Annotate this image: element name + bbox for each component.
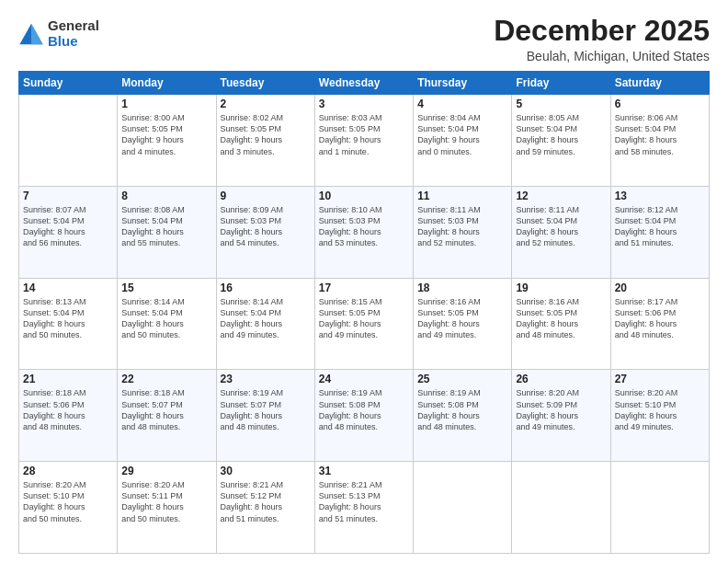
day-number: 21 bbox=[23, 373, 113, 385]
day-number: 7 bbox=[23, 190, 113, 202]
logo-icon bbox=[18, 21, 44, 47]
day-number: 17 bbox=[319, 282, 409, 294]
day-number: 30 bbox=[221, 465, 311, 477]
calendar-cell: 8Sunrise: 8:08 AM Sunset: 5:04 PM Daylig… bbox=[118, 186, 216, 278]
calendar-cell: 14Sunrise: 8:13 AM Sunset: 5:04 PM Dayli… bbox=[19, 278, 118, 370]
calendar-cell: 28Sunrise: 8:20 AM Sunset: 5:10 PM Dayli… bbox=[19, 462, 118, 554]
day-number: 13 bbox=[615, 190, 705, 202]
weekday-header-wednesday: Wednesday bbox=[314, 72, 413, 95]
calendar-cell: 23Sunrise: 8:19 AM Sunset: 5:07 PM Dayli… bbox=[216, 370, 314, 462]
page: General Blue December 2025 Beulah, Michi… bbox=[0, 0, 728, 563]
title-block: December 2025 Beulah, Michigan, United S… bbox=[494, 15, 710, 63]
day-number: 20 bbox=[615, 282, 705, 294]
calendar-cell: 24Sunrise: 8:19 AM Sunset: 5:08 PM Dayli… bbox=[314, 370, 413, 462]
day-number: 15 bbox=[121, 282, 211, 294]
calendar-cell: 30Sunrise: 8:21 AM Sunset: 5:12 PM Dayli… bbox=[216, 462, 314, 554]
cell-content: Sunrise: 8:15 AM Sunset: 5:05 PM Dayligh… bbox=[319, 296, 409, 341]
cell-content: Sunrise: 8:11 AM Sunset: 5:03 PM Dayligh… bbox=[417, 204, 507, 249]
calendar-cell: 18Sunrise: 8:16 AM Sunset: 5:05 PM Dayli… bbox=[414, 278, 512, 370]
weekday-header-friday: Friday bbox=[512, 72, 610, 95]
calendar-cell: 21Sunrise: 8:18 AM Sunset: 5:06 PM Dayli… bbox=[19, 370, 118, 462]
cell-content: Sunrise: 8:20 AM Sunset: 5:11 PM Dayligh… bbox=[121, 479, 211, 524]
day-number: 22 bbox=[121, 373, 211, 385]
cell-content: Sunrise: 8:18 AM Sunset: 5:07 PM Dayligh… bbox=[121, 387, 211, 432]
cell-content: Sunrise: 8:19 AM Sunset: 5:08 PM Dayligh… bbox=[417, 387, 507, 432]
calendar-cell: 19Sunrise: 8:16 AM Sunset: 5:05 PM Dayli… bbox=[512, 278, 610, 370]
calendar-cell bbox=[512, 462, 610, 554]
weekday-header-sunday: Sunday bbox=[19, 72, 118, 95]
cell-content: Sunrise: 8:06 AM Sunset: 5:04 PM Dayligh… bbox=[615, 112, 705, 157]
day-number: 24 bbox=[319, 373, 409, 385]
calendar-cell: 22Sunrise: 8:18 AM Sunset: 5:07 PM Dayli… bbox=[118, 370, 216, 462]
calendar-cell: 12Sunrise: 8:11 AM Sunset: 5:04 PM Dayli… bbox=[512, 186, 610, 278]
calendar-cell: 2Sunrise: 8:02 AM Sunset: 5:05 PM Daylig… bbox=[216, 95, 314, 187]
weekday-header-tuesday: Tuesday bbox=[216, 72, 314, 95]
cell-content: Sunrise: 8:17 AM Sunset: 5:06 PM Dayligh… bbox=[615, 296, 705, 341]
day-number: 3 bbox=[319, 98, 409, 110]
calendar-cell: 16Sunrise: 8:14 AM Sunset: 5:04 PM Dayli… bbox=[216, 278, 314, 370]
calendar-cell: 9Sunrise: 8:09 AM Sunset: 5:03 PM Daylig… bbox=[216, 186, 314, 278]
weekday-header-row: SundayMondayTuesdayWednesdayThursdayFrid… bbox=[19, 72, 710, 95]
week-row-2: 7Sunrise: 8:07 AM Sunset: 5:04 PM Daylig… bbox=[19, 186, 710, 278]
day-number: 5 bbox=[516, 98, 606, 110]
cell-content: Sunrise: 8:19 AM Sunset: 5:07 PM Dayligh… bbox=[221, 387, 311, 432]
day-number: 29 bbox=[121, 465, 211, 477]
cell-content: Sunrise: 8:14 AM Sunset: 5:04 PM Dayligh… bbox=[121, 296, 211, 341]
day-number: 19 bbox=[516, 282, 606, 294]
weekday-header-saturday: Saturday bbox=[610, 72, 709, 95]
calendar-cell: 25Sunrise: 8:19 AM Sunset: 5:08 PM Dayli… bbox=[414, 370, 512, 462]
day-number: 18 bbox=[417, 282, 507, 294]
cell-content: Sunrise: 8:20 AM Sunset: 5:09 PM Dayligh… bbox=[516, 387, 606, 432]
header: General Blue December 2025 Beulah, Michi… bbox=[18, 15, 710, 63]
day-number: 26 bbox=[516, 373, 606, 385]
cell-content: Sunrise: 8:14 AM Sunset: 5:04 PM Dayligh… bbox=[221, 296, 311, 341]
day-number: 14 bbox=[23, 282, 113, 294]
calendar-cell: 13Sunrise: 8:12 AM Sunset: 5:04 PM Dayli… bbox=[610, 186, 709, 278]
calendar-table: SundayMondayTuesdayWednesdayThursdayFrid… bbox=[18, 71, 710, 554]
cell-content: Sunrise: 8:08 AM Sunset: 5:04 PM Dayligh… bbox=[121, 204, 211, 249]
week-row-5: 28Sunrise: 8:20 AM Sunset: 5:10 PM Dayli… bbox=[19, 462, 710, 554]
calendar-cell bbox=[414, 462, 512, 554]
cell-content: Sunrise: 8:02 AM Sunset: 5:05 PM Dayligh… bbox=[221, 112, 311, 157]
cell-content: Sunrise: 8:20 AM Sunset: 5:10 PM Dayligh… bbox=[615, 387, 705, 432]
calendar-cell: 26Sunrise: 8:20 AM Sunset: 5:09 PM Dayli… bbox=[512, 370, 610, 462]
day-number: 11 bbox=[417, 190, 507, 202]
cell-content: Sunrise: 8:05 AM Sunset: 5:04 PM Dayligh… bbox=[516, 112, 606, 157]
week-row-1: 1Sunrise: 8:00 AM Sunset: 5:05 PM Daylig… bbox=[19, 95, 710, 187]
month-title: December 2025 bbox=[494, 15, 710, 47]
cell-content: Sunrise: 8:18 AM Sunset: 5:06 PM Dayligh… bbox=[23, 387, 113, 432]
day-number: 25 bbox=[417, 373, 507, 385]
cell-content: Sunrise: 8:21 AM Sunset: 5:12 PM Dayligh… bbox=[221, 479, 311, 524]
cell-content: Sunrise: 8:13 AM Sunset: 5:04 PM Dayligh… bbox=[23, 296, 113, 341]
day-number: 1 bbox=[121, 98, 211, 110]
week-row-4: 21Sunrise: 8:18 AM Sunset: 5:06 PM Dayli… bbox=[19, 370, 710, 462]
logo-blue-label: Blue bbox=[48, 34, 99, 50]
calendar-cell bbox=[19, 95, 118, 187]
cell-content: Sunrise: 8:04 AM Sunset: 5:04 PM Dayligh… bbox=[417, 112, 507, 157]
cell-content: Sunrise: 8:20 AM Sunset: 5:10 PM Dayligh… bbox=[23, 479, 113, 524]
calendar-cell: 27Sunrise: 8:20 AM Sunset: 5:10 PM Dayli… bbox=[610, 370, 709, 462]
cell-content: Sunrise: 8:10 AM Sunset: 5:03 PM Dayligh… bbox=[319, 204, 409, 249]
day-number: 9 bbox=[221, 190, 311, 202]
cell-content: Sunrise: 8:12 AM Sunset: 5:04 PM Dayligh… bbox=[615, 204, 705, 249]
calendar-cell: 20Sunrise: 8:17 AM Sunset: 5:06 PM Dayli… bbox=[610, 278, 709, 370]
location: Beulah, Michigan, United States bbox=[494, 49, 710, 63]
day-number: 28 bbox=[23, 465, 113, 477]
day-number: 6 bbox=[615, 98, 705, 110]
calendar-cell: 15Sunrise: 8:14 AM Sunset: 5:04 PM Dayli… bbox=[118, 278, 216, 370]
cell-content: Sunrise: 8:16 AM Sunset: 5:05 PM Dayligh… bbox=[516, 296, 606, 341]
logo-general-label: General bbox=[48, 18, 99, 34]
cell-content: Sunrise: 8:19 AM Sunset: 5:08 PM Dayligh… bbox=[319, 387, 409, 432]
cell-content: Sunrise: 8:03 AM Sunset: 5:05 PM Dayligh… bbox=[319, 112, 409, 157]
calendar-cell: 5Sunrise: 8:05 AM Sunset: 5:04 PM Daylig… bbox=[512, 95, 610, 187]
day-number: 16 bbox=[221, 282, 311, 294]
calendar-cell: 3Sunrise: 8:03 AM Sunset: 5:05 PM Daylig… bbox=[314, 95, 413, 187]
svg-marker-1 bbox=[31, 23, 43, 43]
day-number: 4 bbox=[417, 98, 507, 110]
day-number: 2 bbox=[221, 98, 311, 110]
cell-content: Sunrise: 8:11 AM Sunset: 5:04 PM Dayligh… bbox=[516, 204, 606, 249]
logo-text: General Blue bbox=[48, 18, 99, 49]
calendar-cell: 4Sunrise: 8:04 AM Sunset: 5:04 PM Daylig… bbox=[414, 95, 512, 187]
calendar-cell bbox=[610, 462, 709, 554]
day-number: 10 bbox=[319, 190, 409, 202]
